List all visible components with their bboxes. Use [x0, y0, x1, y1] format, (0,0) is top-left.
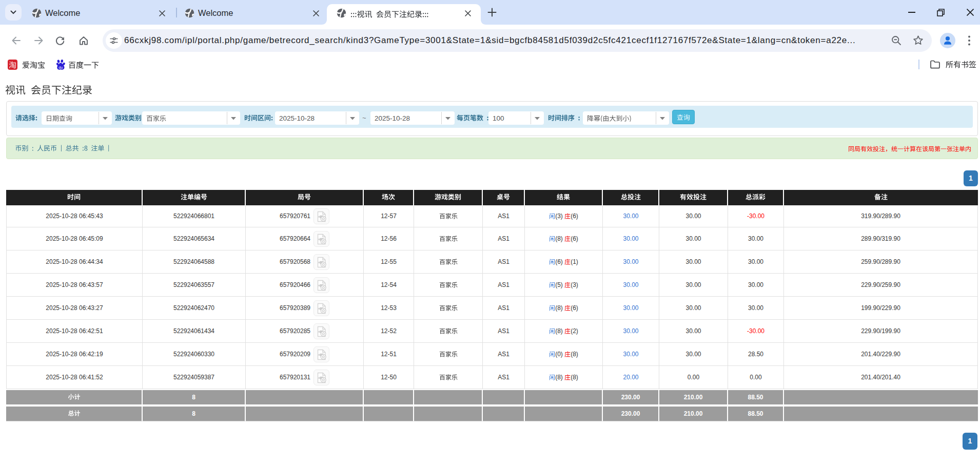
svg-text:du: du	[58, 66, 63, 69]
